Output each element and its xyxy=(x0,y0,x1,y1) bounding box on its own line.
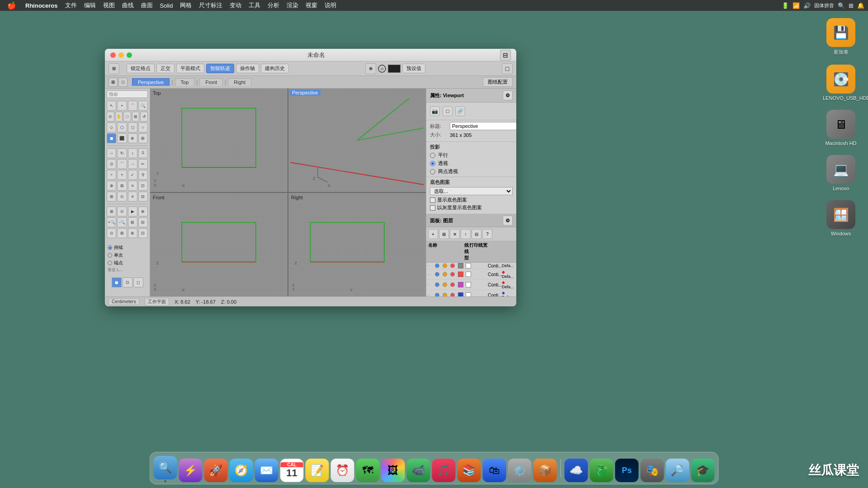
dock-settings[interactable]: ⚙️ xyxy=(508,459,532,482)
layer-delete-btn[interactable]: ✕ xyxy=(450,229,460,239)
dock-reminders[interactable]: ⏰ xyxy=(331,459,354,482)
panel-toggle[interactable]: □ xyxy=(502,63,513,74)
dock-finder2[interactable]: 🔎 xyxy=(666,459,689,482)
dock-safari[interactable]: 🧭 xyxy=(230,459,253,482)
tab-right[interactable]: Right xyxy=(228,78,251,86)
desktop-icon-lenovo-usb[interactable]: 💽 LENOVO_USB_HDD xyxy=(823,65,859,101)
zoom-lens-btn[interactable]: ⊙ xyxy=(107,228,116,238)
move-btn[interactable]: ⊕ xyxy=(107,181,116,191)
record-btn[interactable]: ▶ xyxy=(128,206,137,216)
boolunion-btn[interactable]: ⊞ xyxy=(138,133,148,143)
circle-tool[interactable]: ○ xyxy=(378,65,386,73)
menu-render[interactable]: 渲染 xyxy=(283,1,302,9)
grayscale-row[interactable]: 以灰度显示底色图案 xyxy=(430,204,513,211)
snap-radio[interactable]: 端点 xyxy=(108,260,147,266)
check-btn[interactable]: ✓ xyxy=(128,170,137,180)
array-btn[interactable]: ⠿ xyxy=(138,148,148,158)
viewport-perspective[interactable]: Perspective Z X xyxy=(288,89,426,192)
zoom-out-btn[interactable]: -🔍 xyxy=(117,217,127,227)
dock-baidu[interactable]: ☁️ xyxy=(565,459,588,482)
layer-row-0[interactable]: ··· Conti... Defa... xyxy=(426,263,516,269)
layer-props-btn[interactable]: ⊟ xyxy=(472,229,481,239)
color-scheme-select[interactable]: 选取... xyxy=(430,187,513,195)
zoom-sel-btn[interactable]: ⊞ xyxy=(128,217,137,227)
shaded-btn[interactable]: ◼ xyxy=(107,133,116,143)
layer-0-color[interactable] xyxy=(458,263,463,268)
tab-top[interactable]: Top xyxy=(175,78,195,86)
dock-ps[interactable]: Ps xyxy=(615,459,639,482)
trim-btn[interactable]: ✂ xyxy=(138,159,148,169)
dock-archive[interactable]: 📦 xyxy=(533,459,557,482)
show-color-scheme-checkbox[interactable] xyxy=(430,197,435,203)
select-tool[interactable]: ↖ xyxy=(107,101,116,111)
link-icon[interactable]: 🔗 xyxy=(455,106,465,116)
select-box[interactable]: □ xyxy=(123,112,131,122)
pan-tool[interactable]: ✋ xyxy=(115,112,123,122)
notification-icon[interactable]: 🔔 xyxy=(857,2,864,9)
curve-tool[interactable]: ⌒ xyxy=(128,101,137,111)
dock-books[interactable]: 📚 xyxy=(458,459,481,482)
menu-surface[interactable]: 曲面 xyxy=(137,1,156,9)
continuous-radio[interactable]: 持续 xyxy=(108,244,147,251)
layer-settings-icon[interactable]: ⚙ xyxy=(503,216,513,225)
poly-tool[interactable]: ◇ xyxy=(107,122,116,132)
perspective-radio[interactable]: 透视 xyxy=(430,160,513,167)
desktop-icon-lenovo[interactable]: 💻 Lenovo xyxy=(826,155,855,191)
build-history-btn[interactable]: 建构历史 xyxy=(261,64,289,73)
tab-front[interactable]: Front xyxy=(199,78,223,86)
solid-sphere[interactable]: ○ xyxy=(138,122,148,132)
solid-box[interactable]: ◻ xyxy=(128,122,137,132)
camera-icon[interactable]: 📷 xyxy=(430,106,440,116)
wire-mode-btn[interactable]: ⊡ xyxy=(123,277,132,287)
group-btn[interactable]: ⊡ xyxy=(138,181,148,191)
dock-photos[interactable]: 🖼 xyxy=(382,459,405,482)
menu-file[interactable]: 文件 xyxy=(61,1,80,9)
menu-tools[interactable]: 工具 xyxy=(245,1,264,9)
operation-axis-btn[interactable]: 操作轴 xyxy=(236,64,259,73)
copy-btn[interactable]: ⊞ xyxy=(117,181,127,191)
viewport-right[interactable]: Right Z Y ZY xyxy=(288,193,426,296)
single-radio[interactable]: 单次 xyxy=(108,252,147,258)
title-input[interactable] xyxy=(450,122,516,130)
point-tool[interactable]: • xyxy=(117,101,127,111)
viewport-front[interactable]: Front Z X ZX xyxy=(150,193,288,296)
search-icon[interactable]: 🔍 xyxy=(838,2,845,9)
flat-mode-btn[interactable]: 平面模式 xyxy=(176,64,204,73)
orbit-tool[interactable]: ⊙ xyxy=(107,112,114,122)
unnamed1[interactable]: ⊞ xyxy=(117,228,127,238)
app-name[interactable]: Rhinoceros xyxy=(22,2,61,9)
work-plane-btn[interactable]: 工作平面 xyxy=(145,298,169,306)
layer-0-vis[interactable] xyxy=(435,263,439,268)
grayscale-checkbox[interactable] xyxy=(430,205,435,211)
desktop-icon-windows[interactable]: 🪟 Windows xyxy=(826,200,855,236)
layout-btn[interactable]: 图纸配置 xyxy=(483,77,513,87)
dock-cal[interactable]: CAL 11 xyxy=(280,459,304,482)
layer-row-1[interactable]: ··· Conti... ◆ Defa... xyxy=(426,269,516,280)
menu-help[interactable]: 说明 xyxy=(321,1,340,9)
layer-row-3[interactable]: ··· Conti... ◆ Defa... xyxy=(426,290,516,296)
lock-grid-btn[interactable]: 锁定格点 xyxy=(127,64,155,73)
dock-music[interactable]: 🎵 xyxy=(432,459,456,482)
menu-analyze[interactable]: 分析 xyxy=(264,1,283,9)
dock-maps[interactable]: 🗺 xyxy=(356,459,380,482)
dock-unknown1[interactable]: 🎭 xyxy=(641,459,664,482)
gumball-btn[interactable]: ⊞ xyxy=(107,192,116,202)
minimize-button[interactable] xyxy=(118,52,124,58)
desktop-icon-新加卷[interactable]: 💾 新加卷 xyxy=(826,18,855,56)
menu-view[interactable]: 视图 xyxy=(99,1,118,9)
dock-sizuaguo[interactable]: 🎓 xyxy=(691,459,715,482)
parallel-radio[interactable]: 平行 xyxy=(430,152,513,159)
menu-transform[interactable]: 变动 xyxy=(226,1,245,9)
unnamed3[interactable]: ⊡ xyxy=(138,228,148,238)
window-menu-btn[interactable]: ⊟ xyxy=(500,50,511,61)
layer-copy-btn[interactable]: ⊞ xyxy=(439,229,449,239)
rotate-btn[interactable]: ↻ xyxy=(117,148,127,158)
orthographic-btn[interactable]: 正交 xyxy=(156,64,175,73)
units-btn[interactable]: Centimeters xyxy=(108,298,139,305)
layer-3-color[interactable] xyxy=(458,292,463,296)
layer-new-btn[interactable]: + xyxy=(428,229,438,239)
render-mode-btn[interactable]: ◼ xyxy=(112,277,122,287)
layer-btn[interactable]: ≡ xyxy=(128,192,137,202)
menu-mesh[interactable]: 网格 xyxy=(176,1,195,9)
render-btn[interactable]: ⬛ xyxy=(117,133,127,143)
